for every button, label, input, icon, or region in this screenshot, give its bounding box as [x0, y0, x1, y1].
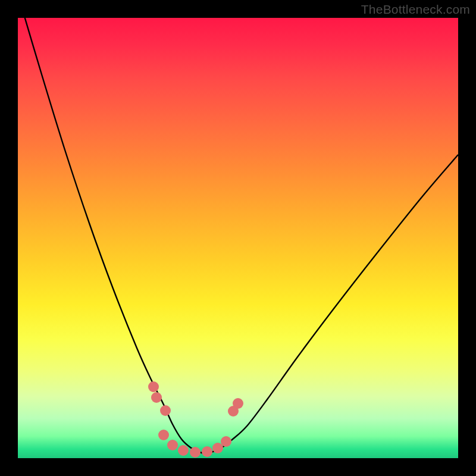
marker-dot [190, 447, 201, 458]
marker-dot [158, 430, 169, 440]
peak-markers [148, 381, 243, 458]
marker-dot [160, 405, 171, 416]
watermark-text: TheBottleneck.com [361, 2, 470, 17]
marker-dot [151, 392, 162, 403]
markers-layer [18, 18, 458, 458]
chart-frame: TheBottleneck.com [0, 0, 476, 476]
marker-dot [221, 436, 231, 447]
marker-dot [148, 381, 159, 392]
marker-dot [202, 446, 212, 457]
marker-dot [178, 445, 189, 456]
marker-dot [212, 443, 223, 453]
marker-dot [167, 440, 178, 450]
marker-dot [233, 398, 243, 409]
plot-area [18, 18, 458, 458]
